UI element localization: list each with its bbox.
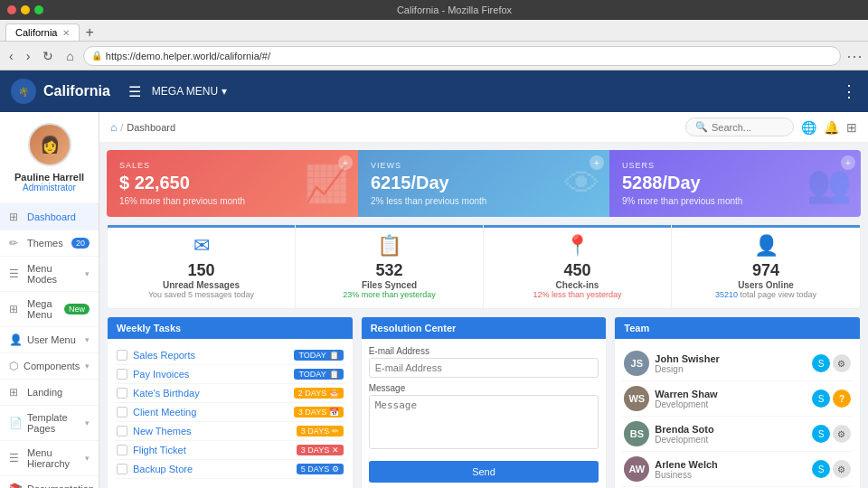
tab-bar: California ✕ +: [0, 20, 868, 42]
sidebar-item-menu-hierarchy[interactable]: ☰ Menu Hierarchy ▾: [0, 441, 99, 476]
task-badge-5days: 5 DAYS ⚙: [297, 464, 344, 474]
sidebar-item-menu-modes[interactable]: ☰ Menu Modes ▾: [0, 257, 99, 292]
breadcrumb-page: Dashboard: [127, 122, 175, 133]
bottom-row: Weekly Tasks Sales Reports TODAY 📋 Pay I…: [107, 316, 861, 488]
browser-titlebar: California - Mozilla Firefox: [0, 0, 868, 20]
arlene-name: Arlene Welch: [655, 459, 807, 470]
home-breadcrumb-icon: ⌂: [110, 121, 117, 134]
components-arrow: ▾: [85, 361, 90, 371]
reload-btn[interactable]: ↻: [39, 47, 57, 65]
messages-label: Unread Messages: [117, 280, 286, 290]
task-badge-3days2: 3 DAYS ✏: [297, 426, 344, 436]
john-name: John Swisher: [655, 353, 807, 364]
documentation-icon: 📚: [9, 483, 22, 488]
new-tab-btn[interactable]: +: [85, 24, 93, 41]
checkins-icon: 📍: [493, 234, 662, 258]
sidebar-item-mega-menu[interactable]: ⊞ Mega Menu New: [0, 292, 99, 327]
user-profile: 👩 Pauline Harrell Administrator: [0, 112, 99, 204]
sidebar-label-components: Components: [24, 361, 80, 371]
checkins-label: Check-ins: [493, 280, 662, 290]
sidebar-item-documentation[interactable]: 📚 Documentation: [0, 476, 99, 488]
views-label: VIEWS: [371, 161, 597, 170]
mega-menu-arrow: ▾: [222, 85, 227, 98]
sidebar-label-dashboard: Dashboard: [27, 211, 90, 222]
warren-skype-btn[interactable]: S: [812, 389, 830, 408]
brenda-info: Brenda Soto Development: [655, 424, 807, 445]
address-bar[interactable]: 🔒 https://demo.helper.world/california/#…: [83, 46, 841, 66]
send-button[interactable]: Send: [369, 461, 599, 483]
sidebar-item-user-menu[interactable]: 👤 User Menu ▾: [0, 327, 99, 353]
task-checkbox-pay[interactable]: [117, 369, 127, 380]
logo-area: 🌴 California: [11, 79, 110, 104]
task-checkbox-meeting[interactable]: [117, 407, 127, 418]
sidebar: 👩 Pauline Harrell Administrator ⊞ Dashbo…: [0, 112, 99, 488]
brenda-gear-btn[interactable]: ⚙: [833, 425, 851, 443]
warren-question-btn[interactable]: ?: [833, 389, 851, 408]
users-online-sub: 35210 total page view today: [681, 290, 851, 299]
browser-title: California - Mozilla Firefox: [397, 5, 512, 15]
sidebar-item-components[interactable]: ⬡ Components ▾: [0, 353, 99, 380]
brenda-avatar: BS: [624, 421, 649, 446]
breadcrumb-actions: 🔍 🌐 🔔 ⊞: [685, 117, 857, 136]
email-input[interactable]: [369, 358, 599, 378]
dashboard-icon: ⊞: [9, 211, 22, 223]
task-label-pay-invoices: Pay Invoices: [133, 369, 288, 380]
grid-icon[interactable]: ⊞: [846, 120, 857, 135]
mega-menu-badge: New: [64, 304, 90, 314]
weekly-tasks-header: Weekly Tasks: [108, 317, 353, 339]
sidebar-item-template-pages[interactable]: 📄 Template Pages ▾: [0, 406, 99, 441]
mega-menu-label: MEGA MENU: [152, 85, 218, 98]
team-header: Team: [615, 317, 860, 339]
tab-close-btn[interactable]: ✕: [62, 28, 70, 38]
back-btn[interactable]: ‹: [5, 47, 17, 65]
infobox-users: 👤 974 Users Online 35210 total page view…: [672, 225, 860, 308]
arlene-skype-btn[interactable]: S: [812, 460, 830, 478]
sidebar-item-landing[interactable]: ⊞ Landing: [0, 380, 99, 406]
arlene-gear-btn[interactable]: ⚙: [833, 460, 851, 478]
mega-menu-btn[interactable]: MEGA MENU ▾: [152, 85, 227, 98]
task-label-sales-reports: Sales Reports: [133, 350, 288, 361]
nav-more-btn[interactable]: ⋮: [841, 81, 857, 101]
search-box: 🔍: [685, 117, 794, 136]
messages-value: 150: [117, 261, 286, 280]
hamburger-btn[interactable]: ☰: [128, 83, 141, 100]
task-checkbox-birthday[interactable]: [117, 388, 127, 399]
arlene-avatar: AW: [624, 456, 649, 482]
info-row: ✉ 150 Unread Messages You saved 5 messag…: [107, 224, 861, 309]
close-btn[interactable]: [7, 5, 16, 14]
infobox-messages: ✉ 150 Unread Messages You saved 5 messag…: [108, 225, 296, 308]
brenda-name: Brenda Soto: [655, 424, 807, 435]
john-role: Design: [655, 364, 807, 374]
home-btn[interactable]: ⌂: [62, 47, 77, 65]
team-body: JS John Swisher Design S ⚙ WS: [615, 339, 860, 488]
brenda-skype-btn[interactable]: S: [812, 425, 830, 443]
task-badge-2days: 2 DAYS 🎂: [294, 388, 344, 399]
task-checkbox[interactable]: [117, 350, 127, 361]
message-input[interactable]: [369, 395, 599, 449]
address-text: https://demo.helper.world/california/#/: [106, 51, 270, 61]
maximize-btn[interactable]: [34, 5, 43, 14]
weekly-tasks-body: Sales Reports TODAY 📋 Pay Invoices TODAY…: [108, 339, 353, 486]
more-tools-btn[interactable]: ⋯: [846, 46, 863, 66]
messages-sub: You saved 5 messages today: [117, 290, 286, 299]
globe-icon[interactable]: 🌐: [801, 120, 816, 135]
users-online-icon: 👤: [681, 234, 851, 258]
minimize-btn[interactable]: [21, 5, 30, 14]
avatar-icon: 👩: [40, 135, 60, 155]
forward-btn[interactable]: ›: [23, 47, 34, 65]
resolution-center-panel: Resolution Center E-mail Address Message…: [361, 316, 608, 488]
sidebar-item-dashboard[interactable]: ⊞ Dashboard: [0, 204, 99, 230]
browser-tab[interactable]: California ✕: [5, 23, 80, 41]
john-skype-btn[interactable]: S: [812, 354, 830, 372]
sidebar-item-themes[interactable]: ✏ Themes 20: [0, 230, 99, 257]
task-badge-3days3: 3 DAYS ✕: [297, 445, 344, 455]
resolution-center-header: Resolution Center: [362, 317, 607, 339]
task-checkbox-themes[interactable]: [117, 426, 127, 436]
bell-icon[interactable]: 🔔: [824, 120, 839, 135]
search-input[interactable]: [712, 122, 784, 133]
warren-avatar: WS: [624, 386, 649, 411]
task-checkbox-flight[interactable]: [117, 445, 127, 455]
task-checkbox-backup[interactable]: [117, 464, 127, 474]
files-icon: 📋: [305, 234, 474, 258]
john-gear-btn[interactable]: ⚙: [833, 354, 851, 372]
